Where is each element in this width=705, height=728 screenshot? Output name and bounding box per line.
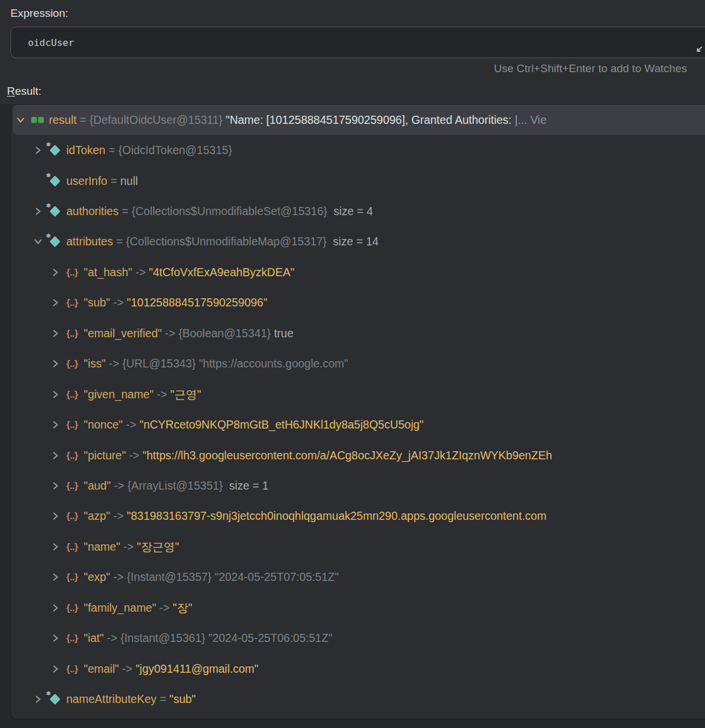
node-text: "exp" -> {Instant@15357} "2024-05-25T07:…	[84, 570, 339, 584]
node-text: "email" -> "jgy091411@gmail.com"	[84, 662, 258, 676]
result-label: Result:	[7, 85, 41, 98]
chevron-right-icon[interactable]	[49, 541, 61, 552]
chevron-down-icon[interactable]	[32, 236, 44, 248]
expression-input[interactable]	[10, 27, 705, 58]
chevron-right-icon[interactable]	[49, 511, 61, 522]
node-text: "iss" -> {URL@15343} "https://accounts.g…	[84, 357, 348, 370]
tree-row-email_verified[interactable]: {..}"email_verified" -> {Boolean@15341} …	[13, 318, 705, 348]
result-label-accesskey: R	[7, 85, 15, 97]
map-entry-icon: {..}	[65, 358, 79, 369]
tree-row-exp[interactable]: {..}"exp" -> {Instant@15357} "2024-05-25…	[13, 562, 705, 593]
node-text: "given_name" -> "근영"	[84, 387, 201, 402]
evaluation-result-icon	[30, 116, 44, 124]
node-text: "picture" -> "https://lh3.googleusercont…	[84, 449, 552, 462]
tree-row-nonce[interactable]: {..}"nonce" -> "nCYRceto9NKQP8mGtB_etH6J…	[13, 409, 705, 440]
field-tag-icon: ❄	[48, 693, 62, 706]
chevron-right-icon[interactable]	[49, 602, 61, 613]
node-text: "iat" -> {Instant@15361} "2024-05-25T06:…	[84, 631, 333, 645]
tree-row-result[interactable]: result = {DefaultOidcUser@15311} "Name: …	[13, 105, 705, 135]
tree-row-email[interactable]: {..}"email" -> "jgy091411@gmail.com"	[13, 654, 705, 684]
map-entry-icon: {..}	[65, 450, 79, 461]
final-modifier-icon: ❄	[46, 233, 51, 239]
tree-row-given_name[interactable]: {..}"given_name" -> "근영"	[13, 379, 705, 409]
tree-row-userInfo[interactable]: ❄userInfo = null	[13, 166, 705, 196]
expression-label: Expression:	[10, 7, 68, 20]
map-entry-icon: {..}	[65, 480, 79, 491]
field-tag-icon: ❄	[48, 144, 62, 157]
map-entry-icon: {..}	[65, 267, 79, 278]
map-entry-icon: {..}	[65, 389, 79, 400]
tree-row-at_hash[interactable]: {..}"at_hash" -> "4tCfoVxfExA9eahByzkDEA…	[13, 257, 705, 287]
tree-row-iss[interactable]: {..}"iss" -> {URL@15343} "https://accoun…	[13, 349, 705, 379]
chevron-right-icon[interactable]	[49, 358, 61, 370]
node-text: "aud" -> {ArrayList@15351} size = 1	[84, 479, 269, 493]
map-entry-icon: {..}	[65, 633, 79, 644]
chevron-right-icon[interactable]	[49, 388, 61, 400]
tree-row-aud[interactable]: {..}"aud" -> {ArrayList@15351} size = 1	[13, 470, 705, 501]
tree-row-idToken[interactable]: ❄idToken = {OidcIdToken@15315}	[13, 135, 705, 165]
node-text: "sub" -> "101258884517590259096"	[84, 296, 268, 309]
map-entry-icon: {..}	[65, 328, 79, 339]
node-text: "email_verified" -> {Boolean@15341} true	[84, 327, 294, 340]
tree-row-family_name[interactable]: {..}"family_name" -> "장"	[13, 593, 705, 623]
node-text: userInfo = null	[66, 174, 138, 188]
chevron-right-icon[interactable]	[49, 663, 61, 675]
result-tree: result = {DefaultOidcUser@15311} "Name: …	[10, 104, 705, 719]
map-entry-icon: {..}	[65, 419, 79, 430]
map-entry-icon: {..}	[65, 602, 79, 613]
expand-editor-icon[interactable]	[693, 44, 704, 55]
tree-row-iat[interactable]: {..}"iat" -> {Instant@15361} "2024-05-25…	[13, 623, 705, 653]
chevron-right-icon[interactable]	[49, 266, 61, 278]
field-tag-icon: ❄	[48, 235, 62, 248]
watches-hint-text: Use Ctrl+Shift+Enter to add to Watches	[494, 62, 687, 75]
chevron-right-icon[interactable]	[32, 145, 44, 156]
final-modifier-icon: ❄	[46, 141, 51, 148]
chevron-right-icon[interactable]	[49, 297, 61, 309]
tree-row-name[interactable]: {..}"name" -> "장근영"	[13, 531, 705, 562]
map-entry-icon: {..}	[65, 511, 79, 522]
map-entry-icon: {..}	[65, 297, 79, 308]
chevron-right-icon[interactable]	[49, 572, 61, 583]
node-text: "nonce" -> "nCYRceto9NKQP8mGtB_etH6JNKl1…	[84, 418, 423, 431]
node-text: attributes = {Collections$UnmodifiableMa…	[66, 235, 379, 248]
final-modifier-icon: ❄	[46, 690, 51, 697]
node-text: "azp" -> "831983163797-s9nj3jetcch0inoqh…	[84, 509, 546, 523]
node-text: "name" -> "장근영"	[84, 539, 179, 555]
chevron-right-icon[interactable]	[49, 449, 61, 461]
chevron-right-icon[interactable]	[49, 327, 61, 339]
node-text: result = {DefaultOidcUser@15311} "Name: …	[49, 113, 547, 127]
result-label-rest: esult:	[15, 85, 41, 97]
tree-row-picture[interactable]: {..}"picture" -> "https://lh3.googleuser…	[13, 440, 705, 470]
map-entry-icon: {..}	[65, 541, 79, 552]
tree-row-sub[interactable]: {..}"sub" -> "101258884517590259096"	[13, 288, 705, 318]
node-text: "family_name" -> "장"	[84, 600, 192, 616]
chevron-right-icon[interactable]	[49, 419, 61, 431]
field-tag-icon: ❄	[48, 174, 62, 188]
tree-row-authorities[interactable]: ❄authorities = {Collections$Unmodifiable…	[13, 196, 705, 226]
chevron-down-icon[interactable]	[15, 114, 26, 126]
node-text: idToken = {OidcIdToken@15315}	[66, 144, 232, 157]
chevron-right-icon[interactable]	[49, 633, 61, 644]
map-entry-icon: {..}	[65, 663, 79, 675]
map-entry-icon: {..}	[65, 572, 79, 583]
node-text: nameAttributeKey = "sub"	[66, 693, 196, 706]
final-modifier-icon: ❄	[46, 202, 51, 209]
tree-row-attributes[interactable]: ❄attributes = {Collections$UnmodifiableM…	[13, 227, 705, 257]
final-modifier-icon: ❄	[46, 172, 51, 179]
field-tag-icon: ❄	[48, 205, 62, 218]
chevron-right-icon[interactable]	[32, 206, 44, 217]
chevron-right-icon[interactable]	[49, 480, 61, 491]
tree-row-azp[interactable]: {..}"azp" -> "831983163797-s9nj3jetcch0i…	[13, 501, 705, 531]
tree-row-nameAttributeKey[interactable]: ❄nameAttributeKey = "sub"	[13, 684, 705, 714]
node-text: "at_hash" -> "4tCfoVxfExA9eahByzkDEA"	[84, 266, 294, 279]
node-text: authorities = {Collections$UnmodifiableS…	[66, 205, 373, 218]
chevron-spacer	[32, 175, 44, 187]
chevron-right-icon[interactable]	[32, 694, 44, 705]
